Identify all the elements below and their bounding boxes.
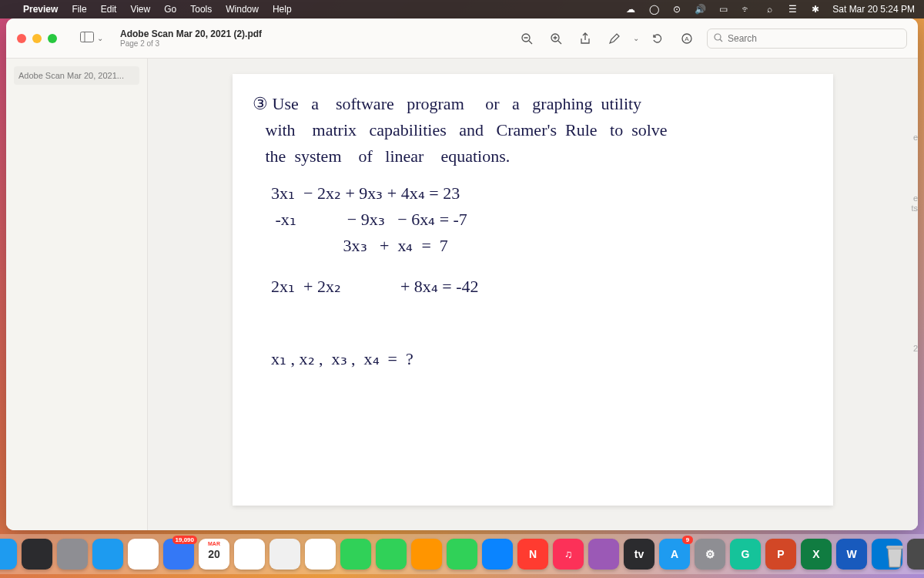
dock-appstore[interactable]: A9 [659, 539, 690, 570]
peek-text: 2 [913, 344, 918, 353]
peek-text: e [913, 133, 918, 142]
markup-icon[interactable] [604, 28, 625, 49]
peek-text: e [913, 193, 918, 203]
search-icon [714, 32, 723, 45]
dock-reminders[interactable] [234, 539, 265, 570]
handwriting-line: with matrix capabilities and Cramer's Ru… [253, 117, 813, 143]
dock-news[interactable]: N [517, 539, 548, 570]
dock-grammarly[interactable]: G [730, 539, 761, 570]
dock-music[interactable]: ♫ [553, 539, 584, 570]
dock-word[interactable]: W [836, 539, 867, 570]
search-input[interactable] [728, 33, 900, 44]
dock-chrome[interactable] [128, 539, 159, 570]
menu-go[interactable]: Go [164, 4, 176, 15]
app-menu[interactable]: Preview [23, 4, 58, 15]
record-icon[interactable]: ⊙ [671, 3, 683, 15]
menu-view[interactable]: View [130, 4, 150, 15]
chevron-down-icon[interactable]: ⌄ [97, 34, 103, 42]
menu-help[interactable]: Help [273, 4, 292, 15]
rotate-icon[interactable] [647, 28, 668, 49]
equation-line: 2x₁ + 2x₂ + 8x₄ = -42 [271, 274, 813, 300]
highlight-icon[interactable]: A [676, 28, 698, 49]
thumbnail-sidebar: Adobe Scan Mar 20, 2021... [6, 59, 148, 530]
wifi-icon[interactable]: ᯤ [740, 3, 752, 15]
equation-line: 3x₃ + x₄ = 7 [271, 233, 813, 259]
dock-facetime[interactable] [376, 539, 407, 570]
svg-point-11 [715, 34, 721, 40]
search-field[interactable] [707, 29, 907, 49]
menubar: Preview File Edit View Go Tools Window H… [0, 0, 924, 18]
dock-finder[interactable] [0, 539, 17, 570]
document-title-block: Adobe Scan Mar 20, 2021 (2).pdf Page 2 o… [120, 29, 262, 48]
dock-settings[interactable]: ⚙ [695, 539, 725, 570]
dock-calendar[interactable]: 20MAR [199, 539, 229, 570]
svg-line-3 [529, 41, 532, 44]
dock-pages[interactable] [411, 539, 442, 570]
peek-text: ts [911, 203, 918, 213]
sidebar-toggle-icon[interactable] [80, 32, 94, 45]
document-title: Adobe Scan Mar 20, 2021 (2).pdf [120, 29, 262, 39]
equation-line: -x₁ − 9x₃ − 6x₄ = -7 [271, 207, 813, 233]
clock[interactable]: Sat Mar 20 5:24 PM [832, 4, 915, 15]
pdf-page: ③ Use a software program or a graphing u… [233, 74, 833, 506]
dock-messages[interactable] [340, 539, 371, 570]
chevron-down-icon[interactable]: ⌄ [633, 34, 639, 42]
dock-podcasts[interactable] [588, 539, 619, 570]
trash-icon[interactable] [879, 540, 910, 571]
dock: 19,09020MARN♫tvA9⚙GPXW [0, 534, 924, 574]
dock-numbers[interactable] [447, 539, 477, 570]
menu-file[interactable]: File [72, 4, 86, 15]
battery-icon[interactable]: ▭ [717, 3, 729, 15]
toolbar: ⌄ Adobe Scan Mar 20, 2021 (2).pdf Page 2… [6, 18, 918, 59]
zoom-in-icon[interactable] [545, 28, 567, 49]
menu-edit[interactable]: Edit [101, 4, 117, 15]
dock-excel[interactable]: X [801, 539, 832, 570]
equation-line: 3x₁ − 2x₂ + 9x₃ + 4x₄ = 23 [271, 180, 813, 207]
badge: 19,090 [172, 536, 197, 544]
dock-keynote[interactable] [482, 539, 513, 570]
dock-freeform[interactable] [270, 539, 300, 570]
share-icon[interactable] [574, 28, 596, 49]
notification-icon[interactable]: ✱ [809, 3, 822, 15]
svg-text:A: A [685, 35, 689, 42]
page-indicator: Page 2 of 3 [120, 39, 262, 48]
svg-line-12 [720, 39, 722, 42]
spotlight-icon[interactable]: ⌕ [763, 3, 775, 15]
dock-safari[interactable] [92, 539, 123, 570]
dock-photos[interactable] [305, 539, 336, 570]
window-minimize-button[interactable] [32, 34, 42, 43]
svg-line-6 [558, 41, 561, 44]
control-center-icon[interactable]: ☰ [786, 3, 798, 15]
preview-window: ⌄ Adobe Scan Mar 20, 2021 (2).pdf Page 2… [6, 18, 918, 530]
window-close-button[interactable] [17, 34, 26, 43]
badge: 9 [682, 536, 693, 544]
sidebar-thumbnail[interactable]: Adobe Scan Mar 20, 2021... [14, 66, 139, 85]
svg-rect-13 [886, 546, 903, 549]
zoom-out-icon[interactable] [516, 28, 537, 49]
svg-rect-0 [81, 32, 94, 42]
dock-launchpad[interactable] [57, 539, 88, 570]
handwriting-line: ③ Use a software program or a graphing u… [253, 91, 813, 117]
dock-tv[interactable]: tv [624, 539, 654, 570]
dock-powerpoint[interactable]: P [765, 539, 796, 570]
volume-icon[interactable]: 🔊 [694, 3, 706, 15]
cloud-icon[interactable]: ☁ [624, 3, 637, 15]
window-zoom-button[interactable] [48, 34, 57, 43]
menu-tools[interactable]: Tools [190, 4, 212, 15]
sync-icon[interactable]: ◯ [648, 3, 660, 15]
menu-window[interactable]: Window [226, 4, 259, 15]
dock-mail[interactable]: 19,090 [163, 539, 194, 570]
handwriting-line: the system of linear equations. [253, 143, 813, 170]
document-viewport[interactable]: ③ Use a software program or a graphing u… [148, 59, 918, 530]
handwriting-line: x₁ , x₂ , x₃ , x₄ = ? [271, 346, 813, 372]
dock-siri[interactable] [22, 539, 52, 570]
